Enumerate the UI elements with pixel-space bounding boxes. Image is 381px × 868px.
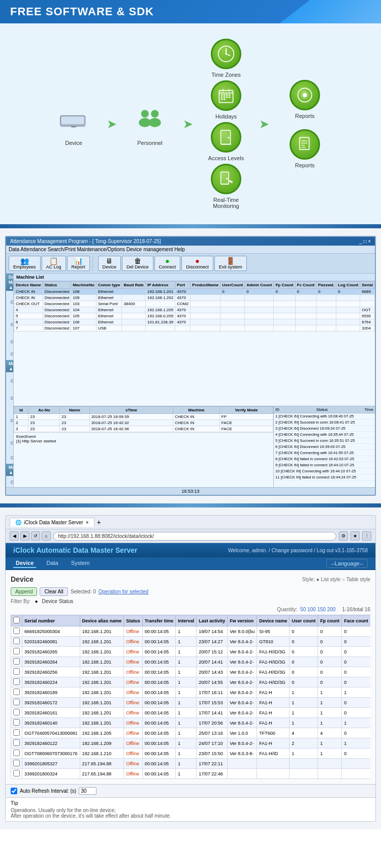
- cell-check[interactable]: [11, 637, 22, 647]
- device-row[interactable]: OGT70400570413000081 192.168.1.205 Offli…: [11, 728, 371, 738]
- machine-row[interactable]: CHECK IN Disconnected 108 Ethernet 192.1…: [14, 289, 374, 295]
- sidebar-upload-user[interactable]: ⊙Upload user info and FP: [6, 407, 14, 434]
- cell-check[interactable]: [11, 718, 22, 728]
- cell-check[interactable]: [11, 657, 22, 667]
- device-row[interactable]: 3929182460264 192.168.1.201 Offline 00:0…: [11, 657, 371, 667]
- operation-btn[interactable]: Operation for selected: [99, 589, 148, 594]
- select-all-checkbox[interactable]: [13, 617, 20, 623]
- tools-btn[interactable]: ⋮: [362, 531, 371, 541]
- device-row[interactable]: 3929182460172 192.168.1.201 Offline 00:0…: [11, 698, 371, 708]
- machine-row[interactable]: CHECK IN Disconnected 109 Ethernet 192.1…: [14, 295, 374, 301]
- row-checkbox[interactable]: [13, 709, 20, 715]
- row-checkbox[interactable]: [13, 689, 20, 695]
- machine-row[interactable]: 5 Disconnected 105 Ethernet 192.168.0.20…: [14, 313, 374, 319]
- disconnect-btn[interactable]: ● Disconnect: [181, 256, 213, 271]
- cell-check[interactable]: [11, 759, 22, 769]
- cell-check[interactable]: [11, 687, 22, 698]
- sidebar-machine-header[interactable]: Machine ▲: [6, 360, 13, 372]
- row-checkbox[interactable]: [13, 699, 20, 705]
- cell-check[interactable]: [11, 698, 22, 708]
- machine-row[interactable]: 7 Disconnected 107 USB 3204: [14, 325, 374, 332]
- sidebar-photo[interactable]: ⊙Attendance Photo Management: [6, 434, 14, 452]
- device-row[interactable]: 3399201805327 217.65.194.88 Offline 00:0…: [11, 759, 371, 769]
- auto-refresh-checkbox[interactable]: [11, 788, 17, 794]
- row-checkbox[interactable]: [13, 627, 20, 634]
- cell-check[interactable]: [11, 769, 22, 779]
- quantity-options[interactable]: 50 100 150 200: [300, 607, 336, 612]
- home-btn[interactable]: ⌂: [42, 531, 51, 541]
- clear-btn[interactable]: Clear All: [40, 587, 68, 596]
- machine-row[interactable]: 4 Disconnected 104 Ethernet 192.168.1.20…: [14, 307, 374, 313]
- row-checkbox[interactable]: [13, 770, 20, 776]
- employees-tab[interactable]: 👥 Employees: [9, 256, 41, 271]
- nav-device[interactable]: Device: [13, 559, 36, 568]
- cell-check[interactable]: [11, 626, 22, 637]
- sidebar-ac-manage[interactable]: ⊙AC Manage: [6, 452, 14, 464]
- sidebar-download-user[interactable]: ⊙Download user info and Fp: [6, 390, 14, 407]
- cell-fp: [274, 295, 295, 301]
- back-btn[interactable]: ◀: [10, 531, 19, 541]
- url-bar[interactable]: http://192.168.1.88:8082/iclock/data/icl…: [53, 532, 336, 541]
- sidebar-backup-db[interactable]: ⊙Backup Database: [6, 336, 14, 348]
- device-row[interactable]: 66691825000304 192.168.1.201 Offline 00:…: [11, 626, 371, 637]
- settings-btn[interactable]: ⚙: [339, 531, 348, 541]
- tab-close-icon[interactable]: ×: [86, 520, 89, 525]
- del-device-btn[interactable]: 🗑 Del Device: [122, 256, 153, 271]
- nav-data[interactable]: Data: [44, 559, 60, 568]
- cell-check[interactable]: [11, 738, 22, 749]
- device-row[interactable]: 3929182460122 192.168.1.209 Offline 00:0…: [11, 738, 371, 749]
- row-checkbox[interactable]: [13, 719, 20, 726]
- device-row[interactable]: 3399201800324 217.65.194.88 Offline 00:0…: [11, 769, 371, 779]
- cell-check[interactable]: [11, 749, 22, 759]
- row-checkbox[interactable]: [13, 729, 20, 736]
- new-tab-btn[interactable]: +: [97, 518, 101, 526]
- cell-check[interactable]: [11, 708, 22, 718]
- row-checkbox[interactable]: [13, 648, 20, 654]
- nav-system[interactable]: System: [69, 559, 92, 568]
- device-row[interactable]: 5203182460081 192.168.1.201 Offline 00:0…: [11, 637, 371, 647]
- row-checkbox[interactable]: [13, 750, 20, 756]
- machine-row[interactable]: 6 Disconnected 106 Ethernet 101.81.228.3…: [14, 319, 374, 325]
- filter-option[interactable]: Device Status: [42, 598, 74, 604]
- sidebar-dept[interactable]: ⊙Department List: [6, 476, 14, 487]
- ams-menubar[interactable]: Data Attendance Search/Print Maintenance…: [6, 246, 375, 254]
- device-row[interactable]: 3929182460189 192.168.1.201 Offline 00:0…: [11, 687, 371, 698]
- append-btn[interactable]: Append: [11, 587, 37, 596]
- sidebar-maintenance-header[interactable]: Maintenance/Options ▲: [6, 464, 13, 476]
- device-row[interactable]: 3929182460224 192.168.1.201 Offline 00:0…: [11, 677, 371, 687]
- device-row[interactable]: 3929182460256 192.168.1.201 Offline 00:0…: [11, 667, 371, 677]
- ams-menu-items[interactable]: Data Attendance Search/Print Maintenance…: [9, 247, 185, 252]
- th-serial: Serial number: [22, 615, 80, 626]
- sidebar-import-attendance[interactable]: ⊙Import Attendance Checking Data: [6, 291, 14, 313]
- browser-tab[interactable]: 🌐 iClock Data Master Server ×: [10, 518, 94, 527]
- row-checkbox[interactable]: [13, 668, 20, 675]
- row-checkbox[interactable]: [13, 638, 20, 644]
- refresh-btn[interactable]: ↺: [31, 531, 40, 541]
- sidebar-download-logs[interactable]: ⊙Download attendance logs: [6, 372, 14, 390]
- device-row[interactable]: OGT70800607073000176 192.168.1.210 Offli…: [11, 749, 371, 759]
- device-btn[interactable]: 🖥 Device: [98, 256, 121, 271]
- device-row[interactable]: 3929182460140 192.168.1.201 Offline 00:0…: [11, 718, 371, 728]
- cell-check[interactable]: [11, 667, 22, 677]
- refresh-interval-input[interactable]: [79, 787, 97, 795]
- report-tab[interactable]: 📊 Report: [67, 256, 90, 271]
- connect-btn[interactable]: ● Connect: [154, 256, 181, 271]
- language-btn[interactable]: --Language--: [326, 559, 368, 568]
- sidebar-udisk[interactable]: ⊙U-Disk Manage: [6, 348, 14, 360]
- aclog-tab[interactable]: 📋 AC Log: [42, 256, 66, 271]
- row-checkbox[interactable]: [13, 678, 20, 685]
- machine-row[interactable]: CHECK OUT Disconnected 103 Serial Port/ …: [14, 301, 374, 307]
- exit-btn[interactable]: 🚪 Exit system: [214, 256, 247, 271]
- row-checkbox[interactable]: [13, 658, 20, 665]
- forward-btn[interactable]: ▶: [20, 531, 29, 541]
- device-row[interactable]: 3929182460161 192.168.1.201 Offline 00:0…: [11, 708, 371, 718]
- sidebar-export-attendance[interactable]: ⊙Export Attendance Checking Data: [6, 313, 14, 336]
- cell-check[interactable]: [11, 647, 22, 657]
- sidebar-data-maintenance-header[interactable]: Data Maintenance ▲: [6, 274, 13, 291]
- star-btn[interactable]: ★: [351, 531, 360, 541]
- row-checkbox[interactable]: [13, 760, 20, 766]
- device-row[interactable]: 3929182460265 192.168.1.201 Offline 00:0…: [11, 647, 371, 657]
- row-checkbox[interactable]: [13, 739, 20, 746]
- cell-check[interactable]: [11, 677, 22, 687]
- cell-check[interactable]: [11, 728, 22, 738]
